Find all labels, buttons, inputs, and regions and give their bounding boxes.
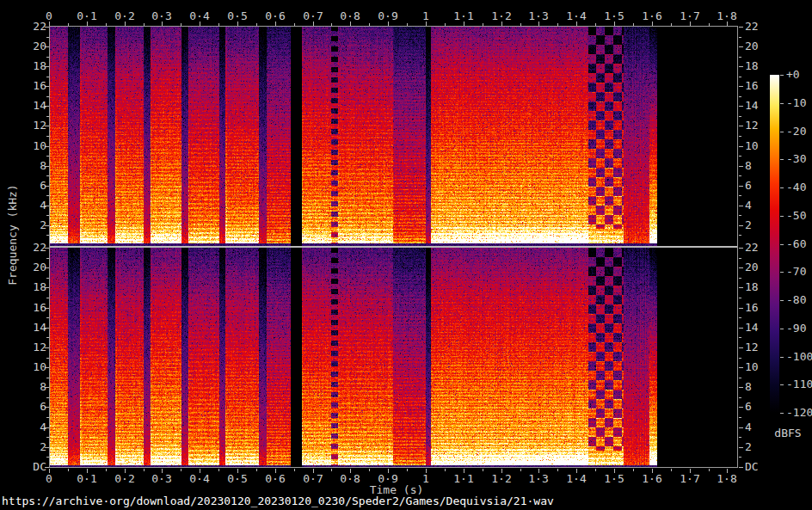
- x-tick-label: 0·6: [257, 10, 293, 22]
- y-tick-label: DC: [745, 461, 769, 473]
- x-minor-tick: [520, 469, 521, 471]
- y-tick-label: 4: [22, 421, 46, 433]
- y-minor-tick: [46, 156, 49, 157]
- y-tick-label: 12: [745, 341, 769, 353]
- y-minor-tick: [739, 378, 741, 378]
- colorbar-tick: [780, 75, 784, 76]
- x-tick-label: 0·3: [144, 473, 180, 485]
- x-minor-tick: [633, 23, 634, 26]
- y-tick-label: 14: [745, 322, 769, 334]
- y-minor-tick: [739, 195, 741, 196]
- y-minor-tick: [46, 96, 49, 97]
- y-tick-label: 8: [22, 381, 46, 393]
- y-tick: [739, 367, 743, 368]
- x-minor-tick: [331, 469, 332, 471]
- y-tick: [739, 248, 743, 249]
- x-tick-label: 0·8: [332, 473, 368, 485]
- colorbar-tick-label: +0: [786, 69, 812, 81]
- y-tick-label: 4: [22, 200, 46, 212]
- x-tick-label: 0·2: [107, 10, 143, 22]
- x-minor-tick: [331, 23, 332, 26]
- y-minor-tick: [46, 457, 49, 458]
- x-minor-tick: [106, 469, 107, 471]
- colorbar-tick-label: -30: [786, 153, 812, 165]
- y-minor-tick: [739, 136, 741, 137]
- x-tick-label: 0·4: [181, 10, 218, 22]
- y-minor-tick: [46, 278, 49, 279]
- y-tick-label: 12: [745, 120, 769, 132]
- y-tick: [739, 407, 743, 408]
- x-tick-label: 1·1: [446, 473, 482, 485]
- y-tick-label: 20: [22, 40, 46, 52]
- y-minor-tick: [46, 258, 49, 259]
- x-tick-label: 0·5: [219, 473, 255, 485]
- x-minor-tick: [595, 23, 596, 26]
- x-minor-tick: [218, 23, 219, 26]
- y-tick: [739, 106, 743, 107]
- colorbar-tick: [780, 244, 784, 245]
- x-minor-tick: [633, 469, 634, 471]
- x-tick-label: 0·8: [332, 10, 368, 22]
- y-minor-tick: [46, 136, 49, 137]
- colorbar-tick-label: -50: [786, 210, 812, 222]
- x-tick-label: 0·7: [295, 473, 331, 485]
- colorbar-tick: [780, 300, 784, 301]
- y-tick: [739, 447, 743, 448]
- y-minor-tick: [739, 215, 741, 216]
- colorbar-tick: [780, 216, 784, 217]
- y-tick-label: 18: [745, 281, 769, 293]
- x-tick-label: 1·1: [446, 10, 482, 22]
- y-tick-label: 18: [22, 60, 46, 72]
- y-tick: [739, 328, 743, 329]
- colorbar-tick: [780, 272, 784, 273]
- x-tick-label: 0·5: [219, 10, 255, 22]
- y-tick-label: 8: [745, 160, 769, 172]
- y-tick-label: 16: [745, 80, 769, 92]
- y-minor-tick: [739, 175, 741, 176]
- y-tick-label: 12: [22, 120, 46, 132]
- x-minor-tick: [483, 23, 483, 26]
- colorbar-gradient: [770, 75, 779, 413]
- x-tick-label: 0·6: [257, 473, 293, 485]
- colorbar-tick: [780, 159, 784, 160]
- x-minor-tick: [218, 469, 219, 471]
- y-tick-label: 22: [22, 242, 46, 254]
- x-tick-label: 0·2: [107, 473, 143, 485]
- y-tick: [739, 66, 743, 67]
- x-tick-label: 0·1: [69, 10, 105, 22]
- y-minor-tick: [739, 417, 741, 418]
- y-tick-label: 2: [745, 441, 769, 453]
- y-minor-tick: [46, 397, 49, 398]
- y-minor-tick: [739, 116, 741, 117]
- y-tick-label: 8: [745, 381, 769, 393]
- x-minor-tick: [407, 469, 408, 471]
- colorbar-tick: [780, 413, 784, 414]
- y-tick: [739, 427, 743, 428]
- colorbar-tick-label: -10: [786, 97, 812, 109]
- y-tick-label: 20: [745, 40, 769, 52]
- colorbar-tick-label: -20: [786, 126, 812, 138]
- x-minor-tick: [256, 23, 257, 26]
- y-tick-label: 8: [22, 160, 46, 172]
- y-minor-tick: [46, 77, 49, 77]
- y-tick: [739, 146, 743, 147]
- colorbar-tick-label: -60: [786, 238, 812, 250]
- y-minor-tick: [46, 175, 49, 176]
- x-tick-label: 0·1: [69, 473, 105, 485]
- y-minor-tick: [739, 298, 741, 298]
- y-tick-label: 4: [745, 200, 769, 212]
- x-tick-label: 1·3: [520, 10, 557, 22]
- colorbar-tick: [780, 187, 784, 188]
- y-tick: [739, 166, 743, 167]
- y-tick-label: 22: [745, 242, 769, 254]
- y-minor-tick: [739, 437, 741, 438]
- y-tick-label: 2: [22, 441, 46, 453]
- colorbar-tick: [780, 132, 784, 132]
- y-tick-label: 6: [22, 401, 46, 413]
- x-minor-tick: [709, 469, 710, 471]
- x-tick-label: 1·3: [520, 473, 557, 485]
- x-tick-label: 1·6: [634, 473, 670, 485]
- y-tick: [739, 46, 743, 47]
- x-minor-tick: [294, 23, 295, 26]
- colorbar-tick-label: -90: [786, 323, 812, 335]
